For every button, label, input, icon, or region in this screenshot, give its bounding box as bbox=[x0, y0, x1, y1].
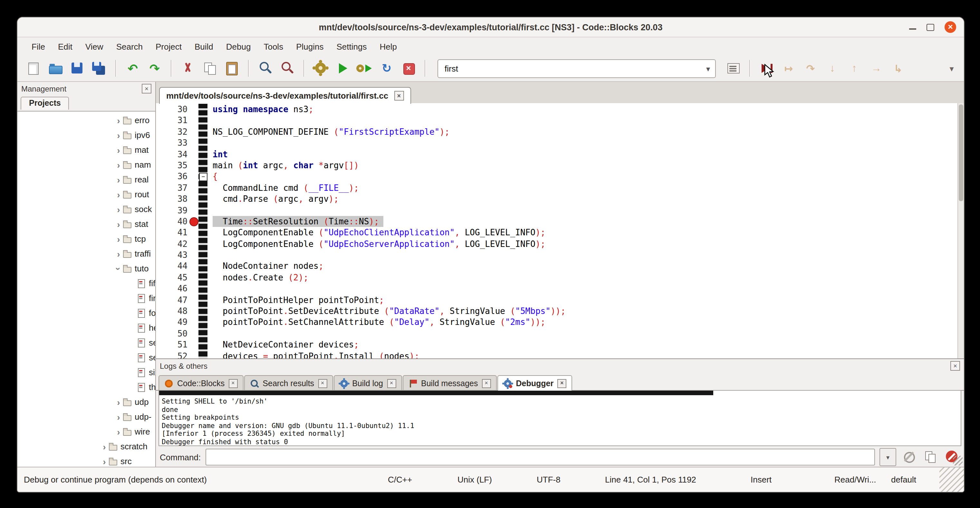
maximize-button[interactable] bbox=[926, 24, 934, 30]
paste-icon[interactable] bbox=[222, 59, 242, 77]
save-all-icon[interactable] bbox=[89, 59, 109, 77]
tree-item-fo[interactable]: fo bbox=[18, 306, 155, 320]
log-selected-row[interactable] bbox=[159, 391, 713, 395]
tree-item-traffi[interactable]: traffi bbox=[18, 246, 155, 261]
command-dropdown-icon[interactable] bbox=[880, 448, 896, 466]
management-close-icon[interactable] bbox=[142, 84, 151, 94]
expand-chevron-icon[interactable] bbox=[100, 441, 109, 452]
tree-item-mat[interactable]: mat bbox=[18, 142, 155, 157]
tree-item-th[interactable]: th bbox=[18, 380, 155, 395]
editor-tab-close-icon[interactable] bbox=[394, 91, 404, 100]
code-line-32[interactable]: 32NS_LOG_COMPONENT_DEFINE ("FirstScriptE… bbox=[156, 126, 958, 138]
expand-chevron-icon[interactable] bbox=[114, 115, 123, 126]
line-number[interactable]: 37 bbox=[156, 182, 188, 193]
tree-item-nam[interactable]: nam bbox=[18, 157, 155, 172]
compile-target-icon[interactable] bbox=[724, 59, 743, 77]
menu-item-debug[interactable]: Debug bbox=[220, 39, 258, 54]
expand-chevron-icon[interactable] bbox=[100, 456, 109, 467]
line-number[interactable]: 40 bbox=[156, 216, 188, 227]
line-number[interactable]: 48 bbox=[156, 306, 188, 317]
log-tab-build-log[interactable]: Build log bbox=[333, 375, 402, 391]
window-resize-grip[interactable] bbox=[939, 467, 964, 492]
code-line-50[interactable]: 50 bbox=[156, 328, 958, 339]
build-icon[interactable] bbox=[311, 59, 331, 77]
abort-build-icon[interactable] bbox=[399, 59, 418, 77]
logs-close-icon[interactable] bbox=[950, 361, 960, 371]
debugger-log[interactable]: Setting SHELL to '/bin/sh'doneSetting br… bbox=[159, 390, 961, 446]
code-line-33[interactable]: 33 bbox=[156, 137, 958, 149]
code-line-36[interactable]: 36{ bbox=[156, 171, 958, 182]
line-number[interactable]: 51 bbox=[156, 339, 188, 350]
code-line-51[interactable]: 51 NetDeviceContainer devices; bbox=[156, 339, 958, 350]
expand-chevron-icon[interactable] bbox=[114, 397, 123, 407]
code-editor[interactable]: 30using namespace ns3;3132NS_LOG_COMPONE… bbox=[156, 103, 964, 358]
expand-chevron-icon[interactable] bbox=[114, 219, 123, 229]
log-tab-build-messages[interactable]: Build messages bbox=[402, 375, 497, 391]
log-tab-search-results[interactable]: Search results bbox=[244, 375, 333, 391]
code-line-38[interactable]: 38 cmd.Parse (argc, argv); bbox=[156, 193, 958, 205]
breakpoint-marker-icon[interactable] bbox=[189, 218, 199, 226]
line-number[interactable]: 45 bbox=[156, 272, 188, 283]
next-instruction-icon[interactable] bbox=[867, 59, 886, 77]
menu-item-view[interactable]: View bbox=[79, 39, 110, 54]
toolbar-overflow-chevron-icon[interactable] bbox=[945, 62, 959, 74]
tab-projects[interactable]: Projects bbox=[21, 97, 69, 110]
tree-item-rout[interactable]: rout bbox=[18, 187, 155, 202]
line-number[interactable]: 38 bbox=[156, 193, 188, 205]
menu-item-plugins[interactable]: Plugins bbox=[290, 39, 330, 54]
line-number[interactable]: 52 bbox=[156, 350, 188, 358]
expand-chevron-icon[interactable] bbox=[114, 234, 123, 244]
log-tab-close-icon[interactable] bbox=[387, 379, 396, 388]
editor-tab-first-cc[interactable]: mnt/dev/tools/source/ns-3-dev/examples/t… bbox=[159, 87, 411, 104]
new-file-icon[interactable] bbox=[24, 59, 43, 77]
tree-item-se[interactable]: se bbox=[18, 335, 155, 350]
tree-item-scratch[interactable]: scratch bbox=[18, 439, 155, 454]
redo-icon[interactable] bbox=[145, 59, 164, 77]
step-into-instruction-icon[interactable] bbox=[889, 59, 908, 77]
menu-item-settings[interactable]: Settings bbox=[330, 39, 373, 54]
copy-icon[interactable] bbox=[200, 59, 220, 77]
step-out-icon[interactable] bbox=[845, 59, 864, 77]
code-line-42[interactable]: 42 LogComponentEnable ("UdpEchoServerApp… bbox=[156, 238, 958, 250]
undo-icon[interactable] bbox=[123, 59, 142, 77]
line-number[interactable]: 30 bbox=[156, 104, 188, 115]
code-line-52[interactable]: 52 devices = pointToPoint.Install (nodes… bbox=[156, 350, 958, 358]
tree-item-erro[interactable]: erro bbox=[18, 113, 155, 127]
log-tab-close-icon[interactable] bbox=[557, 379, 566, 388]
code-line-48[interactable]: 48 pointToPoint.SetDeviceAttribute ("Dat… bbox=[156, 306, 958, 317]
fold-marker-icon[interactable] bbox=[199, 173, 207, 182]
save-file-icon[interactable] bbox=[68, 59, 87, 77]
line-number[interactable]: 42 bbox=[156, 238, 188, 250]
line-number[interactable]: 36 bbox=[156, 171, 188, 182]
line-number[interactable]: 46 bbox=[156, 283, 188, 295]
menu-item-edit[interactable]: Edit bbox=[51, 39, 79, 54]
menu-item-project[interactable]: Project bbox=[149, 39, 188, 54]
open-file-icon[interactable] bbox=[46, 59, 65, 77]
code-line-30[interactable]: 30using namespace ns3; bbox=[156, 104, 958, 115]
expand-chevron-icon[interactable] bbox=[114, 130, 123, 140]
copy-log-icon[interactable] bbox=[922, 449, 939, 465]
code-line-31[interactable]: 31 bbox=[156, 115, 958, 126]
tree-item-six[interactable]: six bbox=[18, 365, 155, 380]
build-and-run-icon[interactable] bbox=[355, 59, 374, 77]
command-input[interactable] bbox=[205, 449, 875, 465]
tree-item-stat[interactable]: stat bbox=[18, 217, 155, 231]
log-tab-close-icon[interactable] bbox=[228, 379, 237, 388]
rebuild-icon[interactable] bbox=[377, 59, 396, 77]
tree-item-he[interactable]: he bbox=[18, 320, 155, 335]
expand-chevron-icon[interactable] bbox=[113, 264, 124, 273]
find-icon[interactable] bbox=[256, 59, 275, 77]
menu-item-file[interactable]: File bbox=[25, 39, 51, 54]
tree-item-udp[interactable]: udp- bbox=[18, 409, 155, 424]
run-icon[interactable] bbox=[333, 59, 352, 77]
code-line-49[interactable]: 49 pointToPoint.SetChannelAttribute ("De… bbox=[156, 317, 958, 328]
find-in-files-icon[interactable] bbox=[278, 59, 297, 77]
code-line-43[interactable]: 43 bbox=[156, 250, 958, 261]
close-button[interactable] bbox=[945, 21, 956, 33]
tree-item-se[interactable]: se bbox=[18, 350, 155, 365]
code-line-34[interactable]: 34int bbox=[156, 149, 958, 160]
search-combobox[interactable] bbox=[438, 59, 716, 78]
line-number[interactable]: 49 bbox=[156, 317, 188, 328]
expand-chevron-icon[interactable] bbox=[114, 174, 123, 185]
search-combo-input[interactable] bbox=[438, 64, 701, 73]
